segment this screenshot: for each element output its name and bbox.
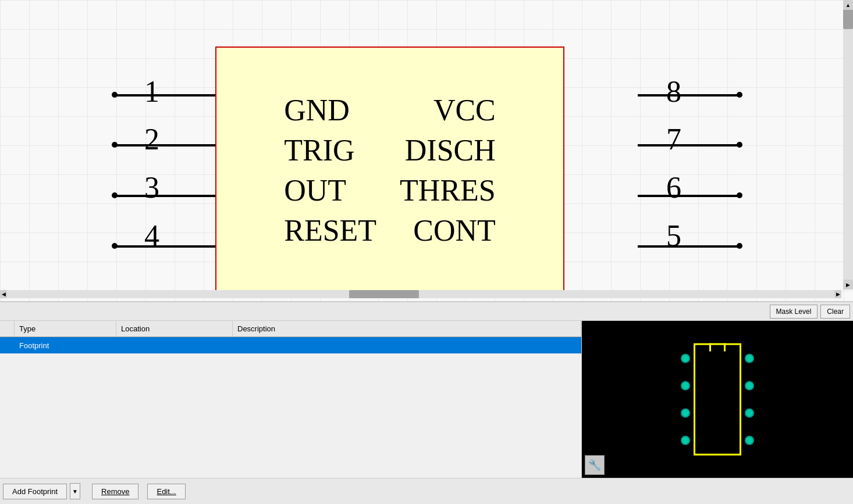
left-panel: Type Location Description Footprint — [0, 321, 582, 478]
vertical-scrollbar[interactable]: ▲ ▼ — [843, 0, 853, 289]
scroll-up-arrow[interactable]: ▲ — [843, 0, 853, 10]
pin-line-2 — [113, 144, 215, 146]
ic-label-out: OUT — [272, 170, 388, 210]
corner-button[interactable]: ▶ — [843, 280, 853, 289]
th-type: Type — [15, 321, 116, 337]
pin-dot-6-right — [737, 192, 742, 198]
ic-component-box: GND VCC TRIG DISCH OUT THRES RESET CONT — [215, 47, 564, 294]
pin-line-3 — [113, 195, 215, 197]
ic-preview-notch — [709, 344, 726, 352]
scroll-right-arrow[interactable]: ▶ — [834, 290, 841, 298]
horizontal-scrollbar[interactable] — [0, 290, 841, 298]
add-footprint-button[interactable]: Add Footprint — [3, 484, 67, 499]
toolbar-row: Mask Level Clear — [0, 302, 853, 321]
ic-label-thres: THRES — [388, 170, 507, 210]
ic-label-disch: DISCH — [388, 130, 507, 170]
bottom-buttons-row: Add Footprint ▼ Remove Edit... — [0, 478, 853, 504]
ic-preview-body — [694, 344, 741, 456]
td-type: Footprint — [15, 339, 116, 352]
schematic-area: 1 2 3 4 8 7 6 5 GND VCC TRIG DISCH — [0, 0, 853, 302]
ic-label-gnd: GND — [272, 90, 388, 130]
edit-button[interactable]: Edit... — [147, 484, 185, 499]
add-footprint-dropdown[interactable]: ▼ — [70, 483, 80, 499]
pin-number-3: 3 — [144, 170, 159, 205]
pin-number-8: 8 — [666, 74, 681, 109]
th-description: Description — [233, 321, 581, 337]
remove-button[interactable]: Remove — [92, 484, 138, 499]
pin-number-1: 1 — [144, 74, 159, 109]
pin-number-6: 6 — [666, 170, 681, 205]
mask-level-button[interactable]: Mask Level — [770, 305, 818, 319]
ic-label-trig: TRIG — [272, 130, 388, 170]
preview-pin-right-2 — [745, 381, 754, 391]
ic-preview — [694, 344, 741, 456]
pin-dot-7-right — [737, 142, 742, 148]
pin-dot-1-left — [112, 92, 118, 98]
clear-button[interactable]: Clear — [820, 305, 850, 319]
preview-pin-right-3 — [745, 409, 754, 418]
bottom-panel: Mask Level Clear Type Location Descripti… — [0, 302, 853, 504]
ic-label-vcc: VCC — [388, 90, 507, 130]
horizontal-scrollbar-thumb[interactable] — [349, 290, 419, 298]
preview-panel: 🔧 — [582, 321, 853, 478]
pin-dot-5-right — [737, 243, 742, 249]
preview-pin-right-1 — [745, 354, 754, 363]
pin-dot-2-left — [112, 142, 118, 148]
pin-line-5 — [638, 245, 740, 248]
td-check — [0, 343, 15, 348]
pin-number-5: 5 — [666, 219, 681, 253]
tool-icon[interactable]: 🔧 — [585, 455, 605, 475]
td-description — [233, 343, 581, 348]
pin-dot-3-left — [112, 192, 118, 198]
preview-pin-right-4 — [745, 436, 754, 445]
pin-number-7: 7 — [666, 122, 681, 156]
ic-label-cont: CONT — [388, 210, 507, 251]
scroll-left-arrow[interactable]: ◀ — [0, 290, 7, 298]
preview-pin-left-3 — [681, 409, 690, 418]
table-row[interactable]: Footprint — [0, 337, 581, 353]
pin-number-2: 2 — [144, 122, 159, 156]
pin-line-7 — [638, 144, 740, 146]
th-location: Location — [116, 321, 233, 337]
pin-line-8 — [638, 94, 740, 96]
preview-pin-left-1 — [681, 354, 690, 363]
pin-line-6 — [638, 195, 740, 197]
pin-dot-4-left — [112, 243, 118, 249]
preview-pin-left-2 — [681, 381, 690, 391]
pin-dot-8-right — [737, 92, 742, 98]
table-container: Type Location Description Footprint — [0, 321, 853, 478]
pin-line-1 — [113, 94, 215, 96]
table-header: Type Location Description — [0, 321, 581, 337]
ic-label-reset: RESET — [272, 210, 388, 251]
pin-line-4 — [113, 245, 215, 248]
preview-pin-left-4 — [681, 436, 690, 445]
pin-number-4: 4 — [144, 219, 159, 253]
th-check — [0, 321, 15, 337]
td-location — [116, 343, 233, 348]
